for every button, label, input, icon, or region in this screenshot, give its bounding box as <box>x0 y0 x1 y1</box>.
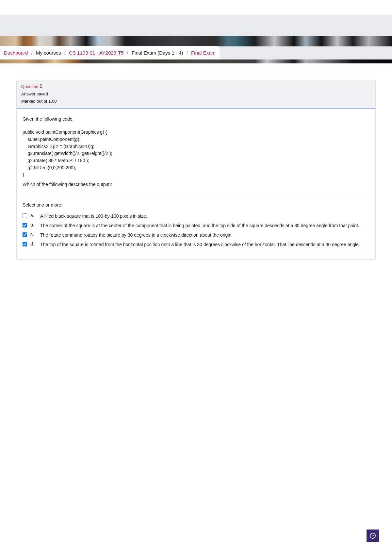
breadcrumb-separator: / <box>187 50 188 56</box>
question-label: Question <box>21 84 38 89</box>
page-root: Dashboard / My courses / CS 1103-01 - AY… <box>0 0 392 276</box>
question-marked: Marked out of 1.00 <box>21 98 371 105</box>
breadcrumb: Dashboard / My courses / CS 1103-01 - AY… <box>0 46 220 59</box>
content-area: Question 1 Answer saved Marked out of 1.… <box>0 63 392 276</box>
breadcrumb-mycourses: My courses <box>36 50 61 56</box>
question-status: Answer saved <box>21 91 371 98</box>
header-region: Dashboard / My courses / CS 1103-01 - AY… <box>0 15 392 63</box>
option-b: b. The corner of the square is at the ce… <box>23 221 369 230</box>
course-banner-bottom <box>0 59 392 63</box>
breadcrumb-separator: / <box>64 50 66 56</box>
breadcrumb-separator: / <box>31 50 33 56</box>
options-list: a. A filled black square that is 100-by-… <box>23 211 369 249</box>
option-d-checkbox[interactable] <box>23 242 27 246</box>
question-number-line: Question 1 <box>21 83 371 89</box>
option-d: d. The top of the square is rotated from… <box>23 240 369 249</box>
question-intro: Given the following code: <box>23 116 369 122</box>
breadcrumb-section: Final Exam (Days 1 - 4) <box>132 50 183 56</box>
option-a-letter: a. <box>30 213 37 218</box>
question-card: Question 1 Answer saved Marked out of 1.… <box>16 80 376 260</box>
option-d-letter: d. <box>30 241 37 246</box>
breadcrumb-course[interactable]: CS 1103-01 - AY2023-T5 <box>69 50 123 56</box>
question-number: 1 <box>40 83 42 89</box>
select-label: Select one or more: <box>23 202 369 208</box>
option-b-text: The corner of the square is at the cente… <box>40 222 369 229</box>
option-b-letter: b. <box>30 222 37 227</box>
option-c: c. The rotate command rotates the pictur… <box>23 230 369 240</box>
breadcrumb-page[interactable]: Final Exam <box>191 50 216 56</box>
option-b-checkbox[interactable] <box>23 223 27 227</box>
question-body: Given the following code: public void pa… <box>17 109 375 259</box>
divider <box>23 195 369 195</box>
option-c-checkbox[interactable] <box>23 232 27 237</box>
breadcrumb-separator: / <box>127 50 128 56</box>
option-a-checkbox[interactable] <box>23 213 27 218</box>
question-code: public void paintComponent(Graphics g) {… <box>23 129 369 178</box>
question-followup: Which of the following describes the out… <box>23 182 369 187</box>
breadcrumb-dashboard[interactable]: Dashboard <box>4 50 28 56</box>
option-a: a. A filled black square that is 100-by-… <box>23 211 369 221</box>
option-a-text: A filled black square that is 100-by-100… <box>40 213 369 220</box>
option-c-text: The rotate command rotates the picture b… <box>40 232 369 239</box>
option-c-letter: c. <box>30 232 37 237</box>
course-banner-top <box>0 36 392 46</box>
question-header: Question 1 Answer saved Marked out of 1.… <box>17 80 375 109</box>
option-d-text: The top of the square is rotated from th… <box>40 241 369 248</box>
